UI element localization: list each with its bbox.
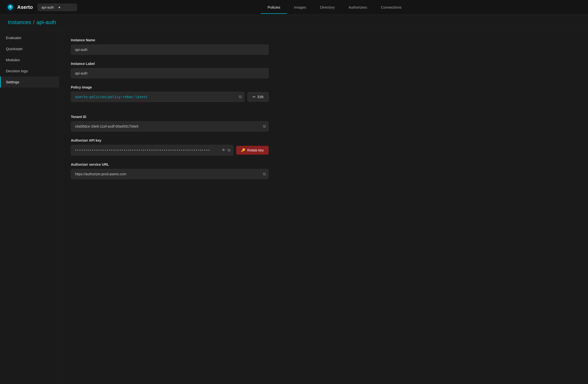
sidebar: Evaluator Quickstart Modules Decision lo… — [0, 30, 59, 384]
nav-link-directory[interactable]: Directory — [313, 1, 341, 14]
edit-pencil-icon: ✏ — [253, 95, 256, 99]
logo-area: Aserto — [6, 3, 33, 12]
instance-name-label: Instance Name — [71, 38, 269, 42]
tenant-selector-value: api-auth — [41, 5, 56, 9]
api-key-input-wrap: 👁 ⧉ — [71, 145, 233, 156]
topnav: Aserto api-auth ▾ Policies Images Direct… — [0, 0, 588, 15]
nav-links: Policies Images Directory Authorizers Co… — [87, 1, 582, 14]
rotate-key-button[interactable]: 🔑 Rotate key — [236, 146, 269, 155]
service-url-input-wrap: ⧉ — [71, 169, 269, 179]
main-layout: Evaluator Quickstart Modules Decision lo… — [0, 30, 588, 384]
eye-icon[interactable]: 👁 — [222, 148, 226, 152]
breadcrumb-separator: / — [33, 19, 34, 26]
policy-image-field-group: Policy image ⧉ ✏ Edit — [71, 85, 269, 102]
policy-image-label: Policy image — [71, 85, 269, 89]
sidebar-item-evaluator[interactable]: Evaluator — [0, 32, 59, 43]
sidebar-item-decision-logs[interactable]: Decision logs — [0, 65, 59, 77]
service-url-field-group: Authorizer service URL ⧉ — [71, 162, 269, 179]
sidebar-item-quickstart[interactable]: Quickstart — [0, 43, 59, 54]
service-url-label: Authorizer service URL — [71, 162, 269, 166]
api-key-input[interactable] — [71, 145, 233, 156]
api-key-icons: 👁 ⧉ — [222, 148, 230, 152]
breadcrumb-instances[interactable]: Instances — [8, 19, 31, 26]
policy-image-row: ⧉ ✏ Edit — [71, 92, 269, 102]
copy-icon[interactable]: ⧉ — [239, 95, 242, 99]
breadcrumb: Instances / api-auth — [0, 15, 588, 30]
key-icon: 🔑 — [241, 148, 245, 152]
instance-name-field-group: Instance Name — [71, 38, 269, 55]
breadcrumb-current: api-auth — [36, 19, 56, 26]
copy-service-url-icon[interactable]: ⧉ — [263, 172, 266, 176]
api-key-field-group: Authorizer API key 👁 ⧉ 🔑 Rotate key — [71, 138, 269, 156]
sidebar-item-settings[interactable]: Settings — [0, 77, 59, 87]
settings-content: Instance Name Instance Label Policy imag… — [59, 30, 280, 384]
sidebar-item-modules[interactable]: Modules — [0, 54, 59, 65]
instance-label-input[interactable] — [71, 68, 269, 79]
policy-image-input-wrap: ⧉ — [71, 92, 245, 102]
instance-label-label: Instance Label — [71, 62, 269, 66]
nav-link-policies[interactable]: Policies — [261, 1, 287, 14]
api-key-label: Authorizer API key — [71, 138, 269, 142]
chevron-down-icon: ▾ — [59, 5, 73, 9]
policy-image-input[interactable] — [71, 92, 245, 102]
tenant-selector[interactable]: api-auth ▾ — [38, 4, 77, 11]
tenant-id-input-wrap: ⧉ — [71, 121, 269, 132]
nav-link-images[interactable]: Images — [287, 1, 313, 14]
copy-tenant-id-icon[interactable]: ⧉ — [263, 124, 266, 129]
tenant-id-label: Tenant ID — [71, 115, 269, 119]
brand-name: Aserto — [17, 4, 33, 10]
edit-policy-button[interactable]: ✏ Edit — [248, 92, 269, 101]
instance-label-field-group: Instance Label — [71, 62, 269, 79]
service-url-input[interactable] — [71, 169, 269, 179]
tenant-id-field-group: Tenant ID ⧉ — [71, 115, 269, 132]
instance-name-input[interactable] — [71, 44, 269, 55]
api-key-row: 👁 ⧉ 🔑 Rotate key — [71, 145, 269, 156]
copy-api-key-icon[interactable]: ⧉ — [228, 148, 230, 152]
tenant-id-input[interactable] — [71, 121, 269, 132]
nav-link-authorizers[interactable]: Authorizers — [342, 1, 374, 14]
nav-link-connections[interactable]: Connections — [374, 1, 408, 14]
aserto-logo-icon — [6, 3, 15, 12]
